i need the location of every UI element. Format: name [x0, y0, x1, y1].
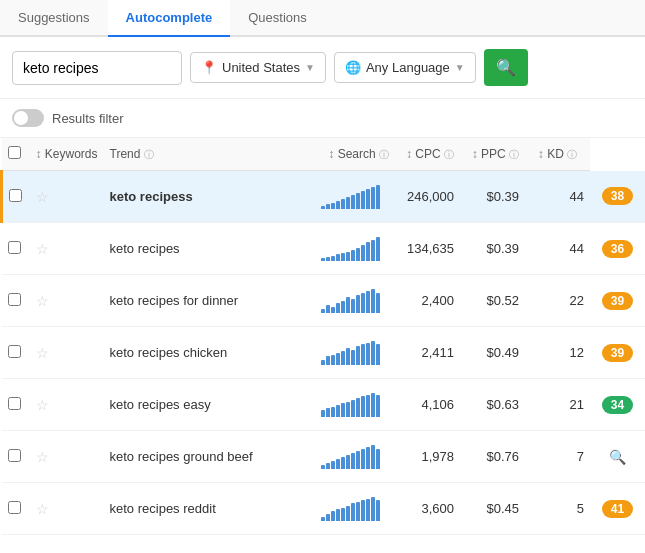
- star-icon[interactable]: ☆: [36, 449, 49, 465]
- star-cell: ☆: [30, 171, 104, 223]
- keyword-cell: keto recipes pinterest: [104, 535, 315, 539]
- kd-info-icon: ⓘ: [567, 149, 577, 160]
- table-row: ☆keto recipes ground beef1,978$0.767🔍: [2, 431, 646, 483]
- search-sort-icon: ↕: [328, 147, 334, 161]
- cpc-cell: $0.40: [460, 535, 525, 539]
- search-volume-cell: 134,635: [395, 223, 460, 275]
- tab-autocomplete[interactable]: Autocomplete: [108, 0, 231, 37]
- kd-badge: 39: [602, 344, 633, 362]
- search-input[interactable]: [12, 51, 182, 85]
- search-volume-cell: 3,600: [395, 483, 460, 535]
- header-checkbox-cell: [2, 138, 30, 171]
- row-checkbox-cell: [2, 431, 30, 483]
- kd-cell: 41: [590, 483, 645, 535]
- language-label: Any Language: [366, 60, 450, 75]
- keyword-cell: keto recipes ground beef: [104, 431, 315, 483]
- header-ppc[interactable]: ↕ PPC ⓘ: [460, 138, 525, 171]
- row-checkbox[interactable]: [8, 293, 21, 306]
- row-checkbox-cell: [2, 275, 30, 327]
- star-cell: ☆: [30, 379, 104, 431]
- kd-search-icon[interactable]: 🔍: [609, 449, 626, 465]
- kd-sort-icon: ↕: [538, 147, 544, 161]
- keyword-cell: keto recipes reddit: [104, 483, 315, 535]
- cpc-info-icon: ⓘ: [444, 149, 454, 160]
- star-cell: ☆: [30, 223, 104, 275]
- ppc-info-icon: ⓘ: [509, 149, 519, 160]
- select-all-checkbox[interactable]: [8, 146, 21, 159]
- ppc-cell: 7: [525, 431, 590, 483]
- star-icon[interactable]: ☆: [36, 397, 49, 413]
- kd-cell: 39: [590, 275, 645, 327]
- row-checkbox[interactable]: [9, 189, 22, 202]
- table-row: ☆keto recipes reddit3,600$0.45541: [2, 483, 646, 535]
- ppc-sort-icon: ↕: [472, 147, 478, 161]
- search-volume-cell: 720: [395, 535, 460, 539]
- cpc-cell: $0.45: [460, 483, 525, 535]
- row-checkbox[interactable]: [8, 397, 21, 410]
- star-cell: ☆: [30, 275, 104, 327]
- ppc-cell: 5: [525, 483, 590, 535]
- kd-cell: 34: [590, 379, 645, 431]
- tab-suggestions[interactable]: Suggestions: [0, 0, 108, 37]
- language-chevron-icon: ▼: [455, 62, 465, 73]
- kd-badge: 38: [602, 187, 633, 205]
- ppc-cell: 22: [525, 275, 590, 327]
- row-checkbox[interactable]: [8, 449, 21, 462]
- trend-cell: [315, 275, 395, 327]
- results-table-container: ↕ Keywords Trend ⓘ ↕ Search ⓘ ↕ CPC ⓘ: [0, 138, 645, 538]
- kd-cell: 🔍: [590, 535, 645, 539]
- kd-cell: 38: [590, 171, 645, 223]
- header-kd[interactable]: ↕ KD ⓘ: [525, 138, 590, 171]
- row-checkbox[interactable]: [8, 501, 21, 514]
- language-select[interactable]: 🌐 Any Language ▼: [334, 52, 476, 83]
- star-icon[interactable]: ☆: [36, 345, 49, 361]
- star-cell: ☆: [30, 483, 104, 535]
- star-cell: ☆: [30, 327, 104, 379]
- table-row: ☆keto recipes for dinner2,400$0.522239: [2, 275, 646, 327]
- filter-label[interactable]: Results filter: [52, 111, 124, 126]
- cpc-cell: $0.39: [460, 223, 525, 275]
- ppc-cell: 44: [525, 223, 590, 275]
- row-checkbox-cell: [2, 483, 30, 535]
- header-search[interactable]: ↕ Search ⓘ: [315, 138, 395, 171]
- kd-badge: 36: [602, 240, 633, 258]
- star-icon[interactable]: ☆: [36, 189, 49, 205]
- row-checkbox[interactable]: [8, 345, 21, 358]
- search-info-icon: ⓘ: [379, 149, 389, 160]
- header-cpc[interactable]: ↕ CPC ⓘ: [395, 138, 460, 171]
- table-header-row: ↕ Keywords Trend ⓘ ↕ Search ⓘ ↕ CPC ⓘ: [2, 138, 646, 171]
- location-icon: 📍: [201, 60, 217, 75]
- trend-cell: [315, 379, 395, 431]
- location-select[interactable]: 📍 United States ▼: [190, 52, 326, 83]
- table-body: ☆keto recipess246,000$0.394438☆keto reci…: [2, 171, 646, 539]
- ppc-cell: 21: [525, 379, 590, 431]
- row-checkbox-cell: [2, 327, 30, 379]
- kd-badge: 39: [602, 292, 633, 310]
- trend-info-icon: ⓘ: [144, 149, 154, 160]
- star-icon[interactable]: ☆: [36, 501, 49, 517]
- star-cell: ☆: [30, 431, 104, 483]
- search-volume-cell: 4,106: [395, 379, 460, 431]
- tab-questions[interactable]: Questions: [230, 0, 325, 37]
- language-icon: 🌐: [345, 60, 361, 75]
- kd-badge: 41: [602, 500, 633, 518]
- kd-badge: 34: [602, 396, 633, 414]
- star-icon[interactable]: ☆: [36, 241, 49, 257]
- keyword-cell: keto recipes chicken: [104, 327, 315, 379]
- search-volume-cell: 246,000: [395, 171, 460, 223]
- row-checkbox-cell: [2, 223, 30, 275]
- search-volume-cell: 2,400: [395, 275, 460, 327]
- ppc-cell: 44: [525, 171, 590, 223]
- search-button[interactable]: 🔍: [484, 49, 528, 86]
- row-checkbox[interactable]: [8, 241, 21, 254]
- trend-cell: [315, 483, 395, 535]
- table-row: ☆keto recipes easy4,106$0.632134: [2, 379, 646, 431]
- kd-cell: 39: [590, 327, 645, 379]
- row-checkbox-cell: [2, 379, 30, 431]
- ppc-cell: 15: [525, 535, 590, 539]
- header-keywords[interactable]: ↕ Keywords: [30, 138, 104, 171]
- star-icon[interactable]: ☆: [36, 293, 49, 309]
- location-label: United States: [222, 60, 300, 75]
- filter-toggle[interactable]: [12, 109, 44, 127]
- results-table: ↕ Keywords Trend ⓘ ↕ Search ⓘ ↕ CPC ⓘ: [0, 138, 645, 538]
